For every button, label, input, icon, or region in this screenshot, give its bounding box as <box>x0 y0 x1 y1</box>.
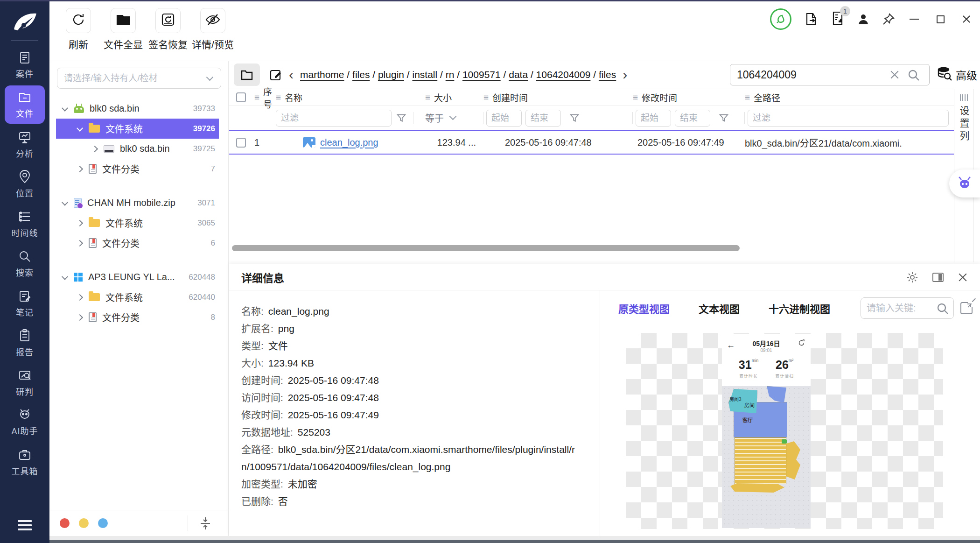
tree-node-filesystem-selected[interactable]: 文件系统 39726 <box>56 119 219 139</box>
notification-bell-button[interactable] <box>770 8 791 30</box>
tab-text-view[interactable]: 文本视图 <box>699 301 740 316</box>
created-start-input[interactable] <box>486 110 522 127</box>
sidebar-item-toolbox[interactable]: 工具箱 <box>3 442 46 482</box>
breadcrumb-segment[interactable]: 1064204009 <box>536 69 591 80</box>
panel-layout-icon[interactable] <box>932 273 944 282</box>
tree-node-fileclass[interactable]: 文件分类 6 <box>56 233 219 253</box>
expander-icon[interactable] <box>77 165 83 172</box>
close-details-icon[interactable] <box>958 272 968 282</box>
column-header-created[interactable]: ≡创建时间 <box>483 91 633 104</box>
tree-node-filesystem[interactable]: 文件系统 620440 <box>56 287 219 307</box>
detail-preview-button[interactable]: 详情/预览 <box>190 8 235 51</box>
name-filter-input[interactable] <box>276 110 392 127</box>
tree-node-ap3-leung[interactable]: AP3 LEUNG YL La... 620448 <box>56 267 219 287</box>
user-button[interactable] <box>857 13 870 26</box>
horizontal-scrollbar[interactable] <box>232 245 740 251</box>
folder-view-button[interactable] <box>234 63 260 86</box>
breadcrumb-segment[interactable]: plugin <box>378 69 404 80</box>
detail-field: 扩展名:png <box>241 320 581 337</box>
breadcrumb-segment[interactable]: 1009571 <box>462 69 501 80</box>
expander-icon[interactable] <box>77 219 83 226</box>
expander-icon[interactable] <box>77 240 83 246</box>
tree-node-chan-mh-zip[interactable]: CHAN MH mobile.zip 3071 <box>56 193 219 213</box>
red-tag-dot[interactable] <box>60 518 70 528</box>
task-report-button[interactable]: 1 <box>831 11 845 28</box>
sidebar-item-case[interactable]: 案件 <box>3 45 46 85</box>
expander-icon[interactable] <box>77 125 83 131</box>
details-panel: 详细信息 名称:clean_log.png 扩展名:png 类型:文件 大小:1… <box>229 264 980 536</box>
sidebar-item-ai-assistant[interactable]: AI助手 <box>3 402 46 442</box>
filter-funnel-icon[interactable] <box>569 113 580 123</box>
table-row[interactable]: 1 clean_log.png 123.94 ... 2025-05-16 09… <box>229 130 954 155</box>
show-all-files-button[interactable]: 文件全显 <box>101 8 146 51</box>
filter-funnel-icon[interactable] <box>719 113 729 123</box>
modified-start-input[interactable] <box>636 110 671 127</box>
sidebar-item-files[interactable]: 文件 <box>5 85 45 124</box>
sidebar-item-analysis[interactable]: 分析 <box>3 125 46 164</box>
export-file-button[interactable] <box>804 12 819 27</box>
column-header-fullpath[interactable]: ≡全路径 <box>745 91 954 104</box>
breadcrumb-segment[interactable]: files <box>599 69 616 80</box>
edit-path-button[interactable] <box>269 68 282 81</box>
tree-node-fileclass[interactable]: 文件分类 7 <box>56 159 219 179</box>
maximize-button[interactable] <box>933 12 947 26</box>
tree-node-count: 8 <box>211 313 215 322</box>
holder-search-input[interactable] <box>57 68 221 89</box>
search-icon[interactable] <box>907 68 921 84</box>
collapse-panel-handle[interactable] <box>188 515 211 531</box>
breadcrumb-segment[interactable]: marthome <box>300 69 344 80</box>
breadcrumb-forward-icon[interactable]: › <box>623 68 627 82</box>
sidebar-item-timeline[interactable]: 时间线 <box>3 204 46 244</box>
stat-duration: 31min 累计时长 <box>739 358 758 379</box>
advanced-search-button[interactable]: 高级 <box>937 67 977 83</box>
modified-end-input[interactable] <box>675 110 710 127</box>
signature-recovery-button[interactable]: 签名恢复 <box>146 8 190 51</box>
ai-assistant-float-button[interactable] <box>949 169 980 197</box>
menu-icon[interactable] <box>18 518 32 533</box>
column-header-size[interactable]: ≡大小 <box>425 91 483 104</box>
gear-icon[interactable] <box>906 271 918 283</box>
open-external-icon[interactable] <box>960 302 973 314</box>
tab-hex-view[interactable]: 十六进制视图 <box>769 301 830 316</box>
expander-icon[interactable] <box>77 314 83 320</box>
expander-icon[interactable] <box>62 273 68 280</box>
breadcrumb-segment[interactable]: data <box>509 69 528 80</box>
sidebar-item-search[interactable]: 搜索 <box>3 244 46 283</box>
column-header-modified[interactable]: ≡修改时间 <box>633 91 745 104</box>
expander-icon[interactable] <box>62 105 68 111</box>
expander-icon[interactable] <box>91 145 98 152</box>
sidebar-item-location[interactable]: 位置 <box>3 164 46 204</box>
yellow-tag-dot[interactable] <box>79 518 89 528</box>
select-all-checkbox[interactable] <box>236 92 246 102</box>
row-checkbox[interactable] <box>236 138 246 148</box>
path-filter-input[interactable] <box>748 110 949 127</box>
breadcrumb-segment[interactable]: rn <box>446 69 455 80</box>
minimize-button[interactable] <box>907 12 921 26</box>
tree-node-fileclass[interactable]: 文件分类 8 <box>56 307 219 327</box>
column-header-name[interactable]: ≡名称 <box>276 91 425 104</box>
breadcrumb-segment[interactable]: files <box>352 69 370 80</box>
tree-node-blk0[interactable]: blk0 sda.bin 39733 <box>56 99 219 119</box>
filter-funnel-icon[interactable] <box>396 113 406 123</box>
expander-icon[interactable] <box>77 294 83 300</box>
tab-original-view[interactable]: 原类型视图 <box>618 301 670 316</box>
sidebar-item-report[interactable]: 报告 <box>3 323 46 363</box>
sidebar-item-notes[interactable]: 笔记 <box>3 283 46 323</box>
blue-tag-dot[interactable] <box>98 518 108 528</box>
size-operator-select[interactable]: 等于 <box>425 111 455 125</box>
breadcrumb-segment[interactable]: install <box>413 69 438 80</box>
clear-search-icon[interactable] <box>889 69 900 80</box>
refresh-button[interactable]: 刷新 <box>56 8 101 51</box>
file-link[interactable]: clean_log.png <box>320 137 378 148</box>
close-button[interactable] <box>959 12 973 26</box>
created-end-input[interactable] <box>525 110 561 127</box>
tree-node-filesystem[interactable]: 文件系统 3065 <box>56 213 219 233</box>
folder-icon <box>89 293 100 301</box>
tree-node-blk0-disk[interactable]: blk0 sda.bin 39725 <box>56 139 219 159</box>
detail-field: 大小:123.94 KB <box>241 354 581 372</box>
pin-button[interactable] <box>882 13 895 26</box>
breadcrumb-back-icon[interactable]: ‹ <box>289 68 294 82</box>
search-icon[interactable] <box>936 302 950 317</box>
sidebar-item-judgement[interactable]: 研判 <box>3 363 46 402</box>
expander-icon[interactable] <box>62 199 68 205</box>
